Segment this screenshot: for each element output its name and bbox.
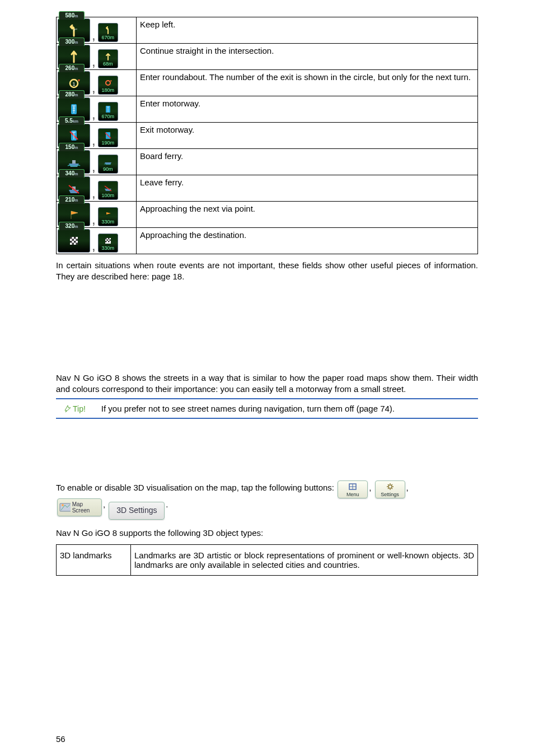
button-instruction-row: To enable or disable 3D visualisation on… (56, 480, 478, 520)
svg-rect-20 (72, 243, 74, 245)
straight-small-icon: 68m (98, 49, 118, 68)
menu-button-label: Menu (340, 492, 365, 498)
svg-rect-9 (72, 160, 76, 164)
menu-button[interactable]: Menu (338, 480, 368, 498)
svg-rect-14 (70, 237, 72, 239)
icon-description-table: 580m , 670m Keep left. 300m (56, 17, 478, 254)
keep-left-small-icon: 670m (98, 23, 118, 42)
exit-motorway-small-icon: 190m (98, 128, 118, 147)
svg-rect-25 (106, 240, 108, 241)
icon-description: Board ferry. (137, 149, 478, 175)
svg-point-2 (106, 81, 110, 85)
enter-motorway-small-icon: 670m (98, 102, 118, 121)
svg-rect-27 (105, 241, 107, 242)
via-point-small-icon: 330m (98, 207, 118, 226)
svg-rect-33 (60, 503, 71, 511)
icon-description: Keep left. (137, 17, 478, 44)
button-intro-text: To enable or disable 3D visualisation on… (56, 483, 334, 492)
separator: , (103, 500, 107, 509)
icon-description: Continue straight in the intersection. (137, 44, 478, 70)
svg-rect-21 (76, 243, 78, 245)
svg-rect-28 (108, 241, 110, 242)
svg-rect-15 (74, 237, 76, 239)
separator: , (369, 483, 373, 492)
separator: , (406, 483, 409, 492)
tip-label: Tip! (64, 404, 86, 413)
landmark-desc-cell: Landmarks are 3D artistic or block repre… (131, 545, 478, 576)
destination-small-icon: 330m (98, 234, 118, 253)
leave-ferry-small-icon: 100m (98, 181, 118, 200)
settings-button[interactable]: Settings (375, 480, 405, 498)
svg-text:1: 1 (72, 81, 75, 87)
icon-description: Approaching the next via point. (137, 202, 478, 228)
destination-icon: 320m (58, 229, 90, 253)
svg-rect-16 (72, 239, 74, 241)
board-ferry-small-icon: 90m (98, 155, 118, 174)
menu-icon (346, 482, 359, 491)
paragraph-2: Nav N Go iGO 8 shows the streets in a wa… (56, 372, 478, 395)
icon-description: Enter roundabout. The number of the exit… (137, 70, 478, 96)
map-screen-button-label: Map Screen (72, 501, 99, 514)
settings-icon (384, 482, 396, 491)
icon-description: Approaching the destination. (137, 228, 478, 254)
icon-description: Enter motorway. (137, 96, 478, 123)
settings-button-label: Settings (378, 492, 402, 498)
paragraph-1: In certain situations when route events … (56, 260, 478, 283)
icon-description: Leave ferry. (137, 175, 478, 202)
tip-row: Tip! If you prefer not to see street nam… (56, 398, 478, 419)
map-screen-button[interactable]: Map Screen (57, 498, 102, 516)
svg-rect-18 (70, 241, 72, 243)
roundabout-small-icon: 180m (98, 76, 118, 95)
map-screen-icon (59, 502, 71, 513)
paragraph-3: Nav N Go iGO 8 supports the following 3D… (56, 528, 478, 539)
3d-settings-button[interactable]: 3D Settings (109, 502, 165, 520)
page-number: 56 (56, 734, 65, 744)
svg-point-34 (62, 504, 64, 506)
svg-rect-17 (76, 239, 78, 241)
svg-rect-19 (74, 241, 76, 243)
tip-text: If you prefer not to see street names du… (101, 404, 395, 413)
icon-description: Exit motorway. (137, 123, 478, 149)
svg-rect-26 (109, 240, 111, 241)
separator: . (166, 500, 168, 509)
svg-rect-24 (108, 238, 110, 240)
svg-rect-23 (105, 238, 107, 240)
landmark-table: 3D landmarks Landmarks are 3D artistic o… (56, 544, 478, 576)
svg-point-32 (388, 485, 392, 488)
landmark-name-cell: 3D landmarks (57, 545, 131, 576)
